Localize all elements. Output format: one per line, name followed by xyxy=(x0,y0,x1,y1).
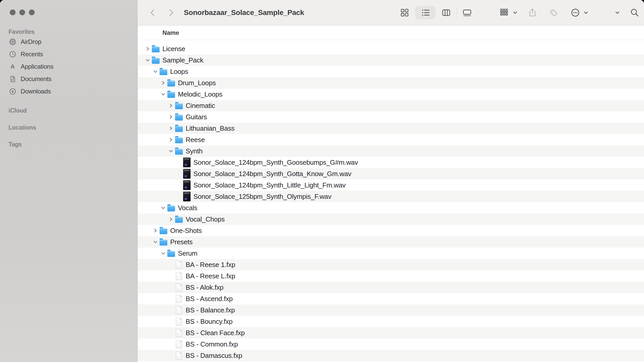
preset-file-icon xyxy=(175,350,183,361)
file-name: Sample_Pack xyxy=(162,56,203,64)
file-name: Reese xyxy=(186,136,205,144)
disclosure-chevron[interactable] xyxy=(159,202,167,214)
list-row[interactable]: BS - Ascend.fxp xyxy=(138,293,644,304)
list-row[interactable]: Sonor_Solace_124bpm_Synth_Goosebumps_G#m… xyxy=(138,157,644,168)
list-row[interactable]: Reese xyxy=(138,134,644,145)
sidebar-item-label: AirDrop xyxy=(21,38,41,45)
share-icon xyxy=(528,8,537,17)
list-row[interactable]: Lithuanian_Bass xyxy=(138,123,644,134)
svg-text:A: A xyxy=(11,63,15,70)
forward-button[interactable] xyxy=(165,0,177,25)
sidebar: Favorites AirDrop Recents xyxy=(0,0,138,362)
disclosure-chevron[interactable] xyxy=(152,66,159,77)
zoom-button[interactable] xyxy=(29,10,35,15)
list-row[interactable]: Serum xyxy=(138,248,644,259)
share-button[interactable] xyxy=(527,0,538,25)
sidebar-item-applications[interactable]: A Applications xyxy=(6,61,130,72)
chevron-down-icon xyxy=(512,10,518,15)
chevron-right-icon xyxy=(166,8,176,17)
gallery-view-button[interactable] xyxy=(462,0,472,25)
list-row[interactable]: One-Shots xyxy=(138,225,644,236)
disclosure-spacer xyxy=(175,168,183,179)
group-button[interactable] xyxy=(499,0,509,25)
disclosure-chevron[interactable] xyxy=(159,89,167,100)
list-row[interactable]: BS - Common.fxp xyxy=(138,339,644,350)
minimize-button[interactable] xyxy=(19,10,25,15)
preset-file-icon xyxy=(175,282,183,293)
sidebar-item-airdrop[interactable]: AirDrop xyxy=(6,36,130,48)
list-row[interactable]: Drum_Loops xyxy=(138,77,644,89)
disclosure-chevron[interactable] xyxy=(159,77,167,89)
sidebar-item-downloads[interactable]: Downloads xyxy=(6,86,130,97)
toolbar-overflow-chevron[interactable] xyxy=(614,0,621,25)
list-row[interactable]: Sonor_Solace_125bpm_Synth_Olympis_F.wav xyxy=(138,191,644,202)
ellipsis-circle-icon xyxy=(571,8,580,17)
list-row[interactable]: Loops xyxy=(138,66,644,77)
close-button[interactable] xyxy=(10,10,15,15)
back-button[interactable] xyxy=(147,0,159,25)
column-view-icon xyxy=(442,8,451,17)
disclosure-chevron[interactable] xyxy=(167,134,175,145)
file-name: BS - Damascus.fxp xyxy=(186,352,242,360)
list-row[interactable]: Cinematic xyxy=(138,100,644,111)
disclosure-chevron[interactable] xyxy=(167,214,175,225)
folder-icon xyxy=(152,43,160,54)
list-row[interactable]: Sample_Pack xyxy=(138,54,644,66)
sidebar-item-documents[interactable]: Documents xyxy=(6,73,130,85)
preset-file-icon xyxy=(175,304,183,316)
sidebar-item-recents[interactable]: Recents xyxy=(6,49,130,60)
disclosure-chevron[interactable] xyxy=(159,248,167,259)
file-list: LicenseSample_PackLoopsDrum_LoopsMelodic… xyxy=(138,43,644,362)
list-row[interactable]: BA - Reese L.fxp xyxy=(138,270,644,282)
file-name: Guitars xyxy=(186,113,207,121)
file-name: Sonor_Solace_124bpm_Synth_Little_Light_F… xyxy=(193,181,345,189)
file-name: Sonor_Solace_124bpm_Synth_Goosebumps_G#m… xyxy=(193,159,358,167)
list-row[interactable]: Vocal_Chops xyxy=(138,214,644,225)
disclosure-spacer xyxy=(167,304,175,316)
list-view-button[interactable] xyxy=(421,0,431,25)
disclosure-spacer xyxy=(175,179,183,191)
disclosure-chevron[interactable] xyxy=(167,100,175,111)
disclosure-spacer xyxy=(167,259,175,270)
list-row[interactable]: Vocals xyxy=(138,202,644,214)
list-row[interactable]: Sonor_Solace_124bpm_Synth_Gotta_Know_Gm.… xyxy=(138,168,644,179)
toolbar: Sonorbazaar_Solace_Sample_Pack xyxy=(138,0,644,26)
column-view-button[interactable] xyxy=(441,0,451,25)
sidebar-item-label: Applications xyxy=(21,63,53,70)
list-row[interactable]: Synth xyxy=(138,145,644,157)
disclosure-chevron[interactable] xyxy=(144,43,152,54)
list-row[interactable]: Melodic_Loops xyxy=(138,89,644,100)
sidebar-section-locations: Locations xyxy=(9,124,36,131)
list-row[interactable]: BA - Reese 1.fxp xyxy=(138,259,644,270)
column-header-name[interactable]: Name xyxy=(162,26,179,40)
disclosure-chevron[interactable] xyxy=(167,123,175,134)
more-options-button[interactable] xyxy=(570,0,581,25)
disclosure-chevron[interactable] xyxy=(144,54,152,66)
list-row[interactable]: Sonor_Solace_124bpm_Synth_Little_Light_F… xyxy=(138,179,644,191)
icon-view-button[interactable] xyxy=(399,0,410,25)
folder-icon xyxy=(167,248,175,259)
folder-icon xyxy=(152,54,160,66)
recents-icon xyxy=(9,50,17,58)
search-button[interactable] xyxy=(629,0,640,25)
list-row[interactable]: BS - Balance.fxp xyxy=(138,304,644,316)
list-row[interactable]: BS - Alok.fxp xyxy=(138,282,644,293)
disclosure-chevron[interactable] xyxy=(167,145,175,157)
list-row[interactable]: BS - Clean Face.fxp xyxy=(138,327,644,339)
more-dropdown-chevron[interactable] xyxy=(583,0,589,25)
file-name: Sonor_Solace_124bpm_Synth_Gotta_Know_Gm.… xyxy=(193,170,351,178)
tag-button[interactable] xyxy=(548,0,559,25)
file-name: BS - Common.fxp xyxy=(186,340,238,348)
disclosure-spacer xyxy=(167,270,175,282)
list-row[interactable]: License xyxy=(138,43,644,54)
preset-file-icon xyxy=(175,270,183,282)
list-row[interactable]: BS - Bouncy.fxp xyxy=(138,316,644,327)
list-row[interactable]: Presets xyxy=(138,236,644,248)
list-row[interactable]: BS - Damascus.fxp xyxy=(138,350,644,361)
file-name: Drum_Loops xyxy=(178,79,216,87)
list-row[interactable]: Guitars xyxy=(138,111,644,123)
disclosure-chevron[interactable] xyxy=(167,111,175,123)
disclosure-chevron[interactable] xyxy=(152,236,159,248)
group-dropdown-chevron[interactable] xyxy=(512,0,519,25)
disclosure-chevron[interactable] xyxy=(152,225,159,236)
